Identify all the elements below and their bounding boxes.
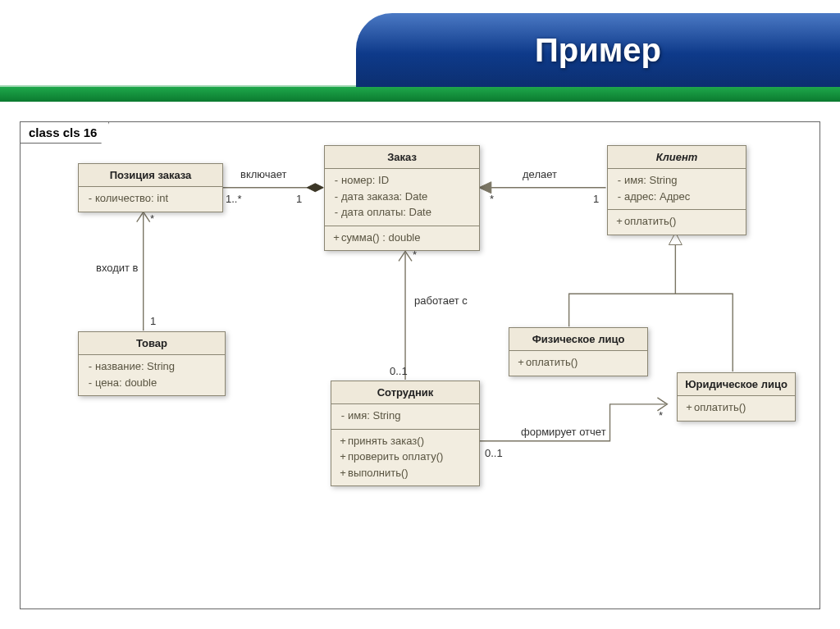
class-title: Позиция заказа	[79, 164, 222, 187]
op: +оплатить()	[516, 354, 641, 371]
svg-marker-5	[479, 182, 491, 194]
mult: 0..1	[485, 447, 503, 459]
class-order-item: Позиция заказа -количество: int	[78, 163, 223, 212]
mult: 1..*	[226, 193, 242, 205]
mult: *	[413, 248, 417, 261]
assoc-enters: входит в	[96, 262, 139, 274]
class-person: Физическое лицо +оплатить()	[509, 327, 648, 376]
mult: 1	[150, 315, 156, 327]
attr: -дата оплаты: Date	[331, 204, 472, 221]
assoc-works: работает с	[414, 294, 468, 307]
op: +проверить оплату()	[338, 449, 472, 465]
svg-marker-1	[307, 184, 323, 192]
mult: 1	[593, 193, 599, 205]
attr: -имя: String	[614, 172, 739, 189]
attr: -имя: String	[338, 408, 472, 424]
class-title: Физическое лицо	[509, 328, 647, 351]
mult: *	[659, 409, 663, 422]
class-title: Сотрудник	[331, 381, 479, 404]
class-title: Юридическое лицо	[678, 373, 795, 396]
mult: 1	[296, 193, 302, 205]
mult: *	[490, 193, 494, 205]
mult: 0..1	[390, 365, 408, 377]
class-title: Клиент	[608, 146, 746, 169]
op: +оплатить()	[614, 213, 739, 230]
op: +принять заказ()	[338, 433, 472, 449]
diagram-frame: class cls 16 Позиц	[20, 121, 820, 609]
class-company: Юридическое лицо +оплатить()	[677, 372, 796, 422]
class-employee: Сотрудник -имя: String +принять заказ() …	[331, 381, 480, 486]
class-order: Заказ -номер: ID -дата заказа: Date -дат…	[324, 145, 480, 251]
attr: -цена: double	[85, 375, 218, 391]
op: +сумма() : double	[331, 230, 472, 246]
class-title: Заказ	[325, 146, 479, 169]
attr: -номер: ID	[331, 172, 472, 189]
attr: -название: String	[85, 358, 218, 375]
class-product: Товар -название: String -цена: double	[78, 331, 226, 396]
op: +выполнить()	[338, 465, 472, 481]
assoc-makes: делает	[523, 168, 557, 180]
assoc-report: формирует отчет	[521, 426, 606, 438]
attr: -адрес: Адрес	[614, 189, 739, 205]
attr: -количество: int	[85, 190, 216, 207]
slide-divider	[0, 87, 840, 102]
diagram-stage: Позиция заказа -количество: int Товар -н…	[21, 122, 819, 608]
mult: *	[150, 212, 154, 225]
class-title: Товар	[79, 332, 225, 355]
assoc-includes: включает	[240, 168, 287, 180]
attr: -дата заказа: Date	[331, 189, 472, 205]
slide-title-ribbon: Пример	[356, 13, 840, 87]
slide-title: Пример	[535, 32, 661, 69]
class-client: Клиент -имя: String -адрес: Адрес +оплат…	[607, 145, 746, 235]
op: +оплатить()	[684, 399, 788, 416]
